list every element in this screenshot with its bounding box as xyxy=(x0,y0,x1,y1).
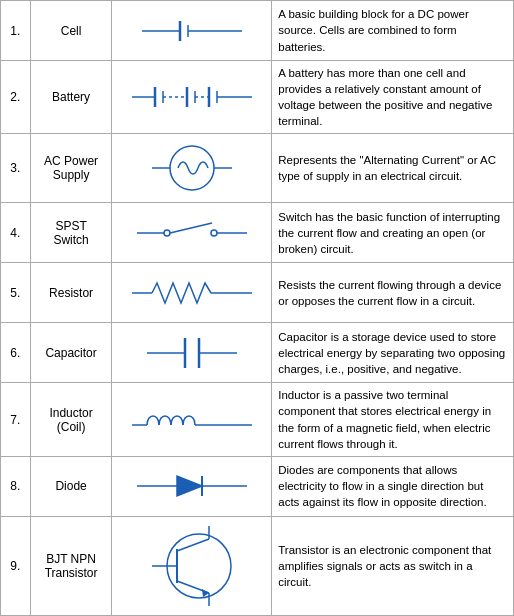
component-symbol xyxy=(112,1,272,61)
table-row: 1. Cell A basic building block for a DC … xyxy=(1,1,514,61)
svg-line-21 xyxy=(170,223,212,233)
component-description: A basic building block for a DC power so… xyxy=(272,1,514,61)
component-symbol xyxy=(112,516,272,615)
component-description: Capacitor is a storage device used to st… xyxy=(272,323,514,383)
row-number: 4. xyxy=(1,203,31,263)
svg-point-20 xyxy=(164,230,170,236)
component-description: Transistor is an electronic component th… xyxy=(272,516,514,615)
row-number: 1. xyxy=(1,1,31,61)
component-symbol xyxy=(112,134,272,203)
component-symbol xyxy=(112,61,272,134)
table-row: 6. Capacitor Capacitor is a storage devi… xyxy=(1,323,514,383)
component-description: Resists the current flowing through a de… xyxy=(272,263,514,323)
component-symbol xyxy=(112,263,272,323)
component-name: BJT NPN Transistor xyxy=(30,516,112,615)
component-name: Capacitor xyxy=(30,323,112,383)
component-symbol xyxy=(112,323,272,383)
component-name: Battery xyxy=(30,61,112,134)
table-row: 3. AC Power Supply Represents the "Alter… xyxy=(1,134,514,203)
component-name: Inductor (Coil) xyxy=(30,383,112,456)
component-description: A battery has more than one cell and pro… xyxy=(272,61,514,134)
svg-marker-33 xyxy=(177,476,202,496)
component-name: Cell xyxy=(30,1,112,61)
table-row: 4. SPST Switch Switch has the basic func… xyxy=(1,203,514,263)
row-number: 7. xyxy=(1,383,31,456)
table-row: 5. Resistor Resists the current flowing … xyxy=(1,263,514,323)
component-description: Diodes are components that allows electr… xyxy=(272,456,514,516)
table-row: 8. Diode Diodes are components that allo… xyxy=(1,456,514,516)
component-name: SPST Switch xyxy=(30,203,112,263)
row-number: 3. xyxy=(1,134,31,203)
component-description: Inductor is a passive two terminal compo… xyxy=(272,383,514,456)
row-number: 9. xyxy=(1,516,31,615)
row-number: 8. xyxy=(1,456,31,516)
component-symbol xyxy=(112,383,272,456)
row-number: 2. xyxy=(1,61,31,134)
table-row: 7. Inductor (Coil) Inductor is a passive… xyxy=(1,383,514,456)
svg-line-39 xyxy=(177,539,209,551)
component-name: Diode xyxy=(30,456,112,516)
svg-point-22 xyxy=(211,230,217,236)
component-symbol xyxy=(112,456,272,516)
component-name: AC Power Supply xyxy=(30,134,112,203)
row-number: 6. xyxy=(1,323,31,383)
component-symbol xyxy=(112,203,272,263)
component-description: Switch has the basic function of interru… xyxy=(272,203,514,263)
component-description: Represents the "Alternating Current" or … xyxy=(272,134,514,203)
svg-marker-43 xyxy=(202,589,209,597)
table-row: 2. Battery A battery has more than one c… xyxy=(1,61,514,134)
row-number: 5. xyxy=(1,263,31,323)
component-name: Resistor xyxy=(30,263,112,323)
table-row: 9. BJT NPN Transistor Transistor is an e… xyxy=(1,516,514,615)
